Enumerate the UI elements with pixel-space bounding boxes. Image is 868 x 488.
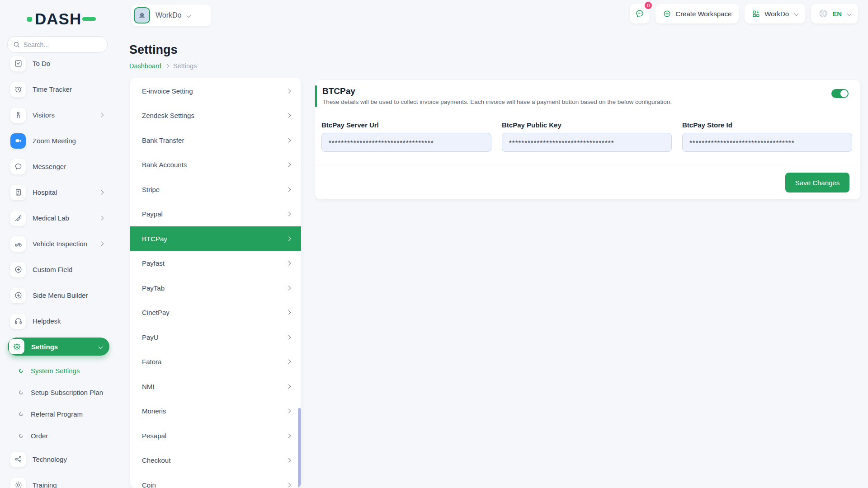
settings-item-zendesk[interactable]: Zendesk Settings [130,103,301,128]
workspace-building-icon [134,7,150,23]
notification-badge: 0 [644,1,653,10]
field-label: BtcPay Store Id [682,121,852,129]
breadcrumb-dashboard-link[interactable]: Dashboard [129,62,161,70]
chevron-right-icon [287,113,291,118]
chevron-right-icon [287,138,291,142]
btcpay-enabled-toggle[interactable] [831,89,849,98]
btcpay-panel-description: These details will be used to collect in… [322,99,849,105]
sidebar-item-settings[interactable]: Settings [8,338,109,356]
settings-item-fatora[interactable]: Fatora [130,350,301,375]
motorcycle-icon [10,236,26,252]
breadcrumb: Dashboard Settings [129,62,197,70]
sidebar-subitem-referral-program[interactable]: Referral Program [0,403,116,425]
settings-item-btcpay[interactable]: BTCPay [130,226,301,251]
messages-button[interactable]: 0 [630,4,650,23]
sidebar-item-label: Helpdesk [33,317,61,325]
language-selector[interactable]: EN [811,4,858,23]
chevron-right-icon [287,163,291,167]
workspace-grid-icon [752,9,760,18]
create-workspace-button[interactable]: Create Workspace [656,4,739,23]
sidebar-item-label: To Do [33,60,50,67]
save-changes-button[interactable]: Save Changes [785,173,849,192]
sidebar-item-side-menu-builder[interactable]: Side Menu Builder [0,282,116,308]
settings-item-paypal[interactable]: Paypal [130,202,301,227]
chevron-right-icon [287,286,291,290]
chevron-right-icon [287,187,291,192]
sidebar-item-technology[interactable]: Technology [0,446,116,472]
settings-item-cinetpay[interactable]: CinetPay [130,300,301,325]
submenu-bullet-icon [18,389,24,395]
gear-icon [9,339,24,354]
sidebar-item-label: Time Tracker [33,85,72,93]
settings-item-stripe[interactable]: Stripe [130,177,301,202]
sidebar-subitem-system-settings[interactable]: System Settings [0,360,116,381]
sidebar-item-custom-field[interactable]: Custom Field [0,257,116,282]
btcpay-panel-header: BTCPay These details will be used to col… [315,80,860,111]
sidebar-item-visitors[interactable]: Visitors [0,102,116,128]
sidebar-nav: To Do Time Tracker Visitors Zoom Meeting… [0,51,116,488]
btcpay-server-url-input[interactable] [321,133,491,152]
scrollbar-thumb[interactable] [298,408,301,488]
settings-item-moneris[interactable]: Moneris [130,399,301,424]
sidebar-item-zoom-meeting[interactable]: Zoom Meeting [0,128,116,154]
sidebar-subitem-setup-subscription-plan[interactable]: Setup Subscription Plan [0,381,116,403]
chevron-down-icon [794,11,799,16]
field-store-id: BtcPay Store Id [682,121,852,152]
btcpay-panel-title: BTCPay [322,86,849,96]
sidebar-item-label: Technology [33,455,67,463]
brand-logo[interactable]: DASH [27,10,96,28]
create-workspace-label: Create Workspace [675,10,731,18]
submenu-bullet-icon [18,368,24,374]
sidebar-item-vehicle-inspection[interactable]: Vehicle Inspection [0,231,116,257]
sidebar-item-label: Custom Field [33,266,72,273]
sidebar-item-medical-lab[interactable]: Medical Lab [0,205,116,231]
chevron-right-icon [99,113,104,117]
chevron-right-icon [287,384,291,389]
app-root: DASH To Do Time Tracker Visitors [0,0,868,488]
chevron-right-icon [287,458,291,463]
sidebar-item-messenger[interactable]: Messenger [0,154,116,179]
sidebar-item-todo[interactable]: To Do [0,51,116,76]
header-actions: 0 Create Workspace WorkDo EN [630,4,858,23]
target-icon [10,478,26,488]
settings-item-e-invoice[interactable]: E-invoice Setting [130,79,301,103]
sidebar-item-hospital[interactable]: Hospital [0,179,116,205]
btcpay-public-key-input[interactable] [502,133,672,152]
submenu-bullet-icon [18,433,24,439]
video-camera-icon [10,133,26,149]
settings-item-payfast[interactable]: Payfast [130,251,301,276]
btcpay-store-id-input[interactable] [682,133,852,152]
sidebar-subitem-label: Setup Subscription Plan [31,389,103,396]
sidebar-item-training[interactable]: Training [0,472,116,488]
workspace-name: WorkDo [156,11,182,19]
settings-item-checkout[interactable]: Checkout [130,448,301,473]
sidebar-item-time-tracker[interactable]: Time Tracker [0,76,116,102]
globe-icon [818,9,828,19]
chevron-down-icon [186,13,191,18]
person-icon [10,108,26,123]
settings-item-bank-accounts[interactable]: Bank Accounts [130,153,301,178]
sidebar-item-label: Medical Lab [33,214,69,222]
settings-item-pesapal[interactable]: Pesapal [130,423,301,448]
todo-check-icon [10,56,26,71]
chevron-right-icon [287,212,291,216]
search-input[interactable] [24,41,96,48]
chevron-down-icon [847,11,852,16]
workspace-switcher[interactable]: WorkDo [745,4,805,23]
sidebar-item-label: Messenger [33,163,66,170]
sidebar-subitem-label: Order [31,432,48,440]
sidebar-subitem-order[interactable]: Order [0,425,116,446]
submenu-bullet-icon [18,411,24,417]
plus-circle-icon [10,262,26,277]
settings-item-coin[interactable]: Coin [130,473,301,488]
logo-accent-bar [82,17,96,21]
headset-icon [10,314,26,329]
chevron-right-icon [99,216,104,221]
workspace-selector[interactable]: WorkDo [131,5,211,26]
settings-item-bank-transfer[interactable]: Bank Transfer [130,128,301,153]
settings-item-paytab[interactable]: PayTab [130,276,301,300]
settings-item-nmi[interactable]: NMI [130,374,301,399]
sidebar-item-helpdesk[interactable]: Helpdesk [0,308,116,334]
settings-item-payu[interactable]: PayU [130,325,301,350]
breadcrumb-current: Settings [173,62,197,70]
